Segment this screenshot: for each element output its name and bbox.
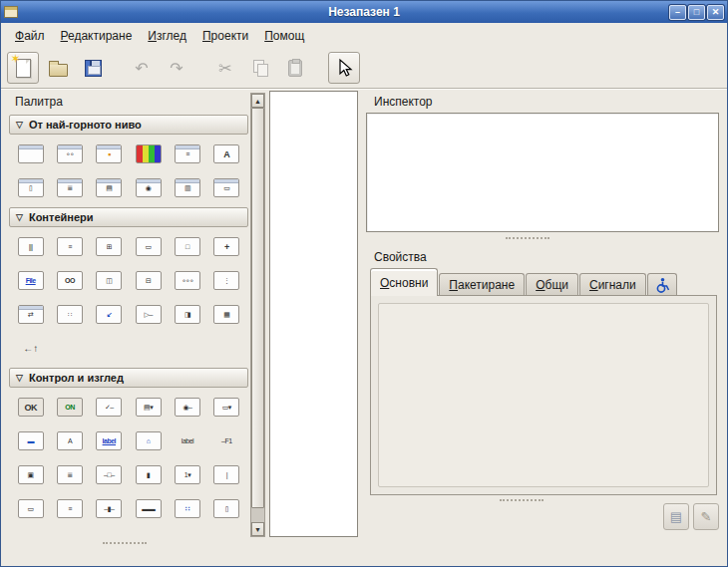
scroll-up-button[interactable]: ▲: [251, 94, 264, 108]
menu-help[interactable]: Помощ: [256, 26, 312, 46]
palette-item-hscale[interactable]: –□–: [90, 465, 129, 484]
pane-resize-handle[interactable]: [103, 542, 147, 544]
palette-item-list-dialog[interactable]: ≣: [50, 178, 89, 197]
design-canvas[interactable]: [269, 91, 358, 537]
inspector-tree[interactable]: [366, 113, 719, 232]
palette-item-alignment[interactable]: ←↑: [11, 339, 50, 358]
minimize-button[interactable]: –: [669, 5, 686, 20]
palette-item-aspect-frame[interactable]: +: [207, 237, 246, 256]
palette-item-message-dialog[interactable]: ▪: [90, 144, 129, 163]
about-dialog-icon: ◉: [136, 178, 162, 197]
undo-button: ↶: [126, 52, 158, 84]
save-button[interactable]: [77, 52, 109, 84]
palette-item-scrolled-window[interactable]: ↙: [90, 305, 129, 324]
palette-item-fixed[interactable]: ▭: [129, 237, 168, 256]
palette-item-href-button[interactable]: ⌂: [129, 431, 168, 450]
palette-item-link-button[interactable]: label: [90, 431, 129, 450]
palette-item-combo-dialog[interactable]: ▤: [90, 178, 129, 197]
palette-item-window[interactable]: [11, 144, 50, 163]
menu-projects[interactable]: Проекти: [194, 26, 256, 46]
palette-item-file-selection-dialog[interactable]: ≡: [168, 144, 206, 163]
palette-item-hpaned[interactable]: ◫: [90, 271, 129, 290]
palette-item-vscale[interactable]: |: [207, 465, 246, 484]
palette-item-progress-bar[interactable]: ▮: [129, 465, 168, 484]
palette-item-hbox[interactable]: |||: [11, 237, 50, 256]
palette-item-hscrollbar[interactable]: –▮–: [90, 499, 129, 518]
palette-item-image[interactable]: ▣: [11, 465, 50, 484]
table-icon: ⊞: [96, 237, 122, 256]
hpaned-icon: ◫: [96, 271, 122, 290]
palette-item-vscrollbar[interactable]: ▯: [207, 499, 246, 518]
button-icon: OK: [18, 398, 44, 417]
tab-general[interactable]: Основни: [370, 268, 438, 296]
app-window: Незапазен 1 –□✕ ФайлРедактиранеИзгледПро…: [0, 0, 728, 567]
expander-icon: ▷–: [136, 305, 162, 324]
palette-item-icon-box[interactable]: ▦: [207, 305, 246, 324]
pane-resize-handle[interactable]: [506, 237, 549, 239]
palette-item-menubar[interactable]: File: [11, 271, 50, 290]
palette-item-label[interactable]: label: [168, 431, 206, 450]
palette-item-viewport[interactable]: ◨: [168, 305, 206, 324]
close-button[interactable]: ✕: [707, 5, 724, 20]
palette-item-text-entry[interactable]: A: [50, 431, 89, 450]
palette-item-combo-box[interactable]: ▤▾: [129, 398, 168, 417]
palette-section-header-containers[interactable]: ▽Контейнери: [9, 207, 248, 227]
open-button[interactable]: [42, 52, 74, 84]
palette-item-table[interactable]: ⊞: [90, 237, 129, 256]
fixed-icon: ▭: [136, 237, 162, 256]
palette-item-assistant[interactable]: ▭: [207, 178, 246, 197]
menu-file[interactable]: Файл: [7, 26, 53, 46]
menu-view[interactable]: Изглед: [140, 26, 194, 46]
palette-item-about-dialog[interactable]: ◉: [129, 178, 168, 197]
tab-packing[interactable]: Пакетиране: [439, 273, 525, 296]
text-entry-icon: A: [57, 431, 83, 450]
palette-item-drawing-area[interactable]: ▭: [11, 499, 50, 518]
notebook-icon: ⇄: [18, 305, 44, 324]
maximize-button[interactable]: □: [688, 5, 705, 20]
palette-item-option-menu[interactable]: OO: [50, 271, 89, 290]
palette-item-text-view[interactable]: ≣: [50, 465, 89, 484]
pane-resize-handle[interactable]: [500, 499, 544, 501]
palette-item-statusbar[interactable]: ▬▬: [129, 499, 168, 518]
palette-item-vpaned[interactable]: ⊟: [129, 271, 168, 290]
palette-item-color-selection-dialog[interactable]: [129, 144, 168, 163]
vpaned-icon: ⊟: [136, 271, 162, 290]
palette-item-layout[interactable]: ∷: [50, 305, 89, 324]
copy-icon: [252, 60, 268, 76]
palette-item-tree-view[interactable]: ≡: [50, 499, 89, 518]
palette-section-header-controls[interactable]: ▽Контрол и изглед: [9, 368, 248, 388]
palette-item-toggle-button[interactable]: ON: [50, 398, 89, 417]
tab-accessibility[interactable]: [647, 273, 677, 296]
cut-button: ✂: [209, 52, 241, 84]
scroll-down-button[interactable]: ▼: [251, 522, 264, 536]
palette-item-input-dialog[interactable]: ▯: [11, 178, 50, 197]
title-bar[interactable]: Незапазен 1 –□✕: [1, 1, 727, 23]
palette-section-header-toplevel[interactable]: ▽От най-горното ниво: [9, 115, 248, 135]
palette-item-notebook[interactable]: ⇄: [11, 305, 50, 324]
palette-item-property-dialog[interactable]: ▥: [168, 178, 206, 197]
palette-item-check-button[interactable]: ✓–: [90, 398, 129, 417]
palette-item-entry[interactable]: ▬: [11, 431, 50, 450]
palette-item-handle-box[interactable]: ⋮: [207, 271, 246, 290]
palette-item-toolbar[interactable]: ∘∘∘: [168, 271, 206, 290]
tab-signals[interactable]: Сигнали: [579, 273, 646, 296]
properties-tabs: ОсновниПакетиранеОбщиСигнали: [370, 268, 678, 296]
palette-item-accel-label[interactable]: –F1: [207, 431, 246, 450]
palette-item-dialog[interactable]: ∘∘: [50, 144, 89, 163]
menu-edit[interactable]: Редактиране: [53, 26, 141, 46]
icon-view-icon: ∷: [175, 499, 200, 518]
palette-item-radio-button[interactable]: ◉–: [168, 398, 206, 417]
palette-item-spin-button[interactable]: 1▾: [168, 465, 206, 484]
palette-item-icon-view[interactable]: ∷: [168, 499, 206, 518]
palette-item-font-selection-dialog[interactable]: A: [207, 144, 246, 163]
palette-item-combo-box-entry[interactable]: ▭▾: [207, 398, 246, 417]
palette-item-expander[interactable]: ▷–: [129, 305, 168, 324]
pointer-button[interactable]: [328, 52, 360, 84]
new-button[interactable]: [7, 52, 39, 84]
scrollbar-thumb[interactable]: [251, 108, 264, 508]
tab-common[interactable]: Общи: [526, 273, 578, 296]
palette-scrollbar[interactable]: ▲ ▼: [250, 93, 265, 537]
palette-item-vbox[interactable]: ≡: [50, 237, 89, 256]
palette-item-button[interactable]: OK: [11, 398, 50, 417]
palette-item-frame[interactable]: □: [168, 237, 206, 256]
